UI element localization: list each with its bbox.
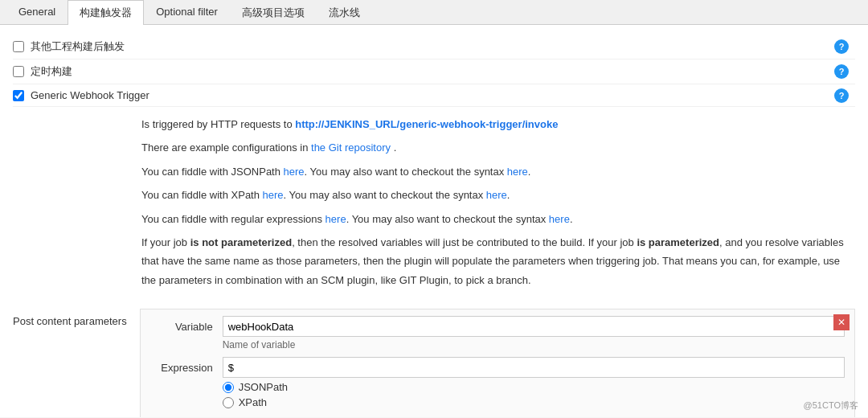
webhook-url-link[interactable]: http://JENKINS_URL/generic-webhook-trigg…: [295, 118, 558, 130]
xpath-radio-label: XPath: [239, 396, 267, 408]
jsonpath-radio[interactable]: [223, 382, 234, 393]
checkbox-row-webhook: Generic Webhook Trigger ?: [13, 84, 855, 107]
tab-general[interactable]: General: [6, 0, 68, 25]
jsonpath-radio-label: JSONPath: [239, 381, 288, 393]
checkbox-row-timed-build: 定时构建 ?: [13, 59, 855, 84]
xpath-radio[interactable]: [223, 397, 234, 408]
xpath-syntax-link[interactable]: here: [486, 189, 507, 201]
expression-type-group: JSONPath XPath: [223, 381, 845, 408]
tab-bar: General 构建触发器 Optional filter 高级项目选项 流水线: [0, 0, 868, 25]
git-repo-link[interactable]: the Git repository: [311, 141, 391, 154]
expression-field-row: Expression JSONPath XPath: [150, 357, 845, 408]
webhook-line6: If your job is not parameterized, then t…: [141, 233, 855, 289]
webhook-line2: There are example configurations in the …: [141, 138, 855, 157]
webhook-line3: You can fiddle with JSONPath here. You m…: [141, 162, 855, 181]
help-icon-webhook[interactable]: ?: [834, 88, 849, 103]
help-icon-timed-build[interactable]: ?: [834, 64, 849, 79]
timed-build-checkbox[interactable]: [13, 66, 24, 77]
expression-input[interactable]: [223, 357, 845, 378]
other-trigger-checkbox[interactable]: [13, 41, 24, 52]
jsonpath-radio-row: JSONPath: [223, 381, 845, 393]
xpath-radio-row: XPath: [223, 396, 845, 408]
xpath-here-link[interactable]: here: [263, 189, 284, 201]
tab-optional-filter[interactable]: Optional filter: [144, 0, 230, 25]
variable-input[interactable]: [223, 316, 845, 337]
jsonpath-here-link[interactable]: here: [284, 166, 305, 178]
params-section-label: Post content parameters: [13, 309, 140, 417]
webhook-info: Is triggered by HTTP requests to http://…: [141, 107, 855, 302]
post-content-params: Post content parameters ✕ Variable Name …: [13, 309, 855, 417]
other-trigger-label: 其他工程构建后触发: [31, 39, 125, 54]
watermark: @51CTO博客: [804, 400, 858, 412]
regex-syntax-link[interactable]: here: [549, 213, 570, 225]
help-icon-other-trigger[interactable]: ?: [834, 39, 849, 54]
tab-content: 其他工程构建后触发 ? 定时构建 ? Generic Webhook Trigg…: [0, 25, 868, 417]
tab-triggers[interactable]: 构建触发器: [68, 0, 144, 25]
variable-field-content: Name of variable: [223, 316, 845, 350]
webhook-line1: Is triggered by HTTP requests to http://…: [141, 115, 855, 133]
variable-field-row: Variable Name of variable: [150, 316, 845, 350]
checkbox-row-other-trigger: 其他工程构建后触发 ?: [13, 35, 855, 59]
delete-param-button[interactable]: ✕: [833, 314, 850, 330]
variable-label: Variable: [150, 316, 223, 333]
tab-pipeline[interactable]: 流水线: [317, 0, 372, 25]
expression-field-content: JSONPath XPath: [223, 357, 845, 408]
jsonpath-syntax-link[interactable]: here: [507, 166, 528, 178]
webhook-line4: You can fiddle with XPath here. You may …: [141, 186, 855, 204]
params-content-box: ✕ Variable Name of variable Expression: [140, 309, 855, 417]
webhook-line5: You can fiddle with regular expressions …: [141, 210, 855, 228]
webhook-label: Generic Webhook Trigger: [31, 89, 149, 101]
tab-advanced[interactable]: 高级项目选项: [230, 0, 317, 25]
regex-here-link[interactable]: here: [326, 213, 346, 225]
expression-label: Expression: [150, 357, 223, 374]
webhook-checkbox[interactable]: [13, 90, 24, 101]
timed-build-label: 定时构建: [31, 64, 72, 79]
variable-hint: Name of variable: [223, 339, 845, 350]
